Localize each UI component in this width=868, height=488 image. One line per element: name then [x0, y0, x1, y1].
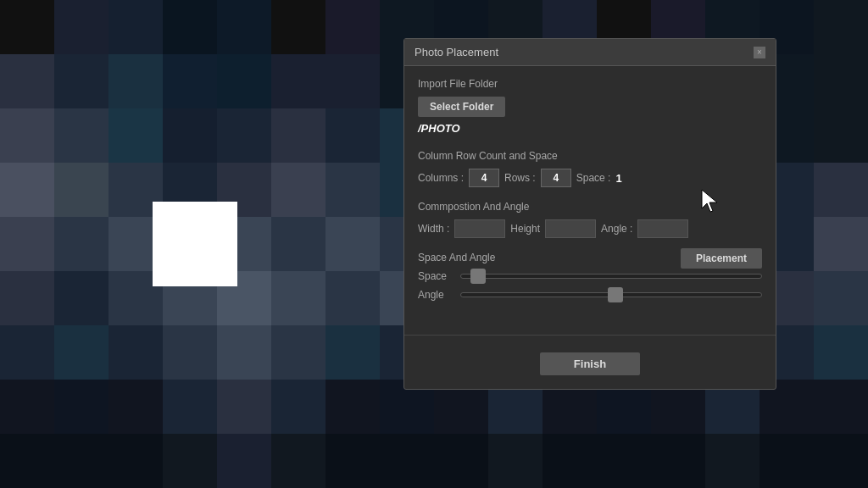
space-value: 1	[615, 172, 621, 185]
finish-button[interactable]: Finish	[540, 352, 640, 375]
composition-label: Commpostion And Angle	[418, 201, 762, 213]
column-row-section: Column Row Count and Space Columns : Row…	[418, 150, 762, 187]
angle-label: Angle :	[601, 223, 632, 235]
columns-input[interactable]	[469, 169, 499, 187]
column-row-label: Column Row Count and Space	[418, 150, 762, 162]
placement-button[interactable]: Placement	[681, 248, 762, 269]
import-label: Import File Folder	[418, 78, 762, 90]
photo-preview	[153, 202, 237, 286]
angle-slider-thumb[interactable]	[608, 287, 623, 302]
space-slider-track[interactable]	[460, 274, 762, 279]
rows-label: Rows :	[504, 172, 536, 184]
photo-placement-dialog: Photo Placement × Import File Folder Sel…	[403, 38, 776, 390]
footer-divider	[404, 335, 776, 336]
angle-slider-label: Angle	[418, 289, 452, 301]
height-input[interactable]	[545, 219, 596, 238]
angle-slider-track[interactable]	[460, 292, 762, 297]
dialog-close-button[interactable]: ×	[754, 47, 765, 58]
angle-slider-row: Angle	[418, 289, 762, 301]
space-slider-row: Space	[418, 270, 762, 282]
height-label: Height	[510, 223, 540, 235]
width-label: Width :	[418, 223, 449, 235]
select-folder-button[interactable]: Select Folder	[418, 97, 505, 117]
columns-label: Columns :	[418, 172, 464, 184]
dialog-body: Import File Folder Select Folder /PHOTO …	[404, 66, 776, 326]
dialog-titlebar: Photo Placement ×	[404, 39, 776, 66]
folder-path: /PHOTO	[418, 120, 762, 136]
space-slider-thumb[interactable]	[470, 269, 486, 284]
angle-input[interactable]	[637, 219, 688, 238]
space-label: Space :	[576, 172, 611, 184]
dialog-title: Photo Placement	[415, 46, 498, 58]
dialog-footer: Finish	[404, 344, 776, 389]
width-input[interactable]	[454, 219, 505, 238]
column-row-group: Columns : Rows : Space : 1	[418, 169, 762, 187]
composition-section: Commpostion And Angle Width : Height Ang…	[418, 201, 762, 238]
space-slider-label: Space	[418, 270, 452, 282]
import-section: Import File Folder Select Folder /PHOTO	[418, 78, 762, 136]
rows-input[interactable]	[541, 169, 571, 187]
composition-row: Width : Height Angle :	[418, 219, 762, 238]
